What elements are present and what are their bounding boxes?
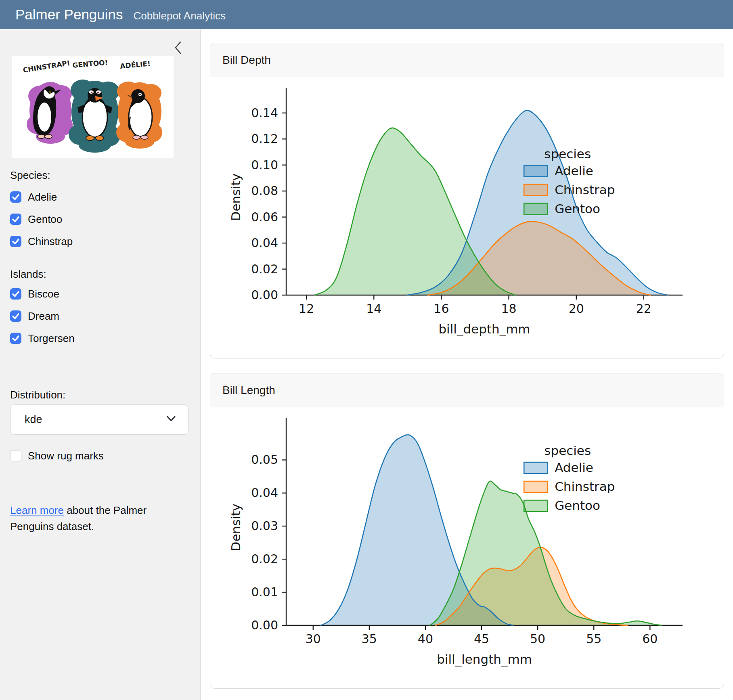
svg-text:55: 55 <box>586 632 601 646</box>
check-icon <box>10 310 21 322</box>
checkbox-row-gentoo[interactable]: Gentoo <box>10 214 62 225</box>
bottom-right-circle[interactable] <box>721 694 733 700</box>
adelie-checkbox-label: Adelie <box>28 191 57 203</box>
penguin-artwork-image: CHINSTRAP! GENTOO! ADÉLIE! <box>12 56 174 158</box>
svg-text:Chinstrap: Chinstrap <box>555 479 615 494</box>
app-subtitle: Cobblepot Analytics <box>134 10 226 22</box>
check-icon <box>10 333 21 344</box>
svg-text:Chinstrap: Chinstrap <box>555 182 615 197</box>
dream-checkbox-label: Dream <box>28 310 59 323</box>
check-icon <box>10 214 21 225</box>
bill-depth-card-title: Bill Depth <box>222 54 271 67</box>
svg-text:40: 40 <box>418 632 433 646</box>
svg-text:0.02: 0.02 <box>251 262 278 276</box>
gentoo-checkbox-label: Gentoo <box>28 213 62 226</box>
sidebar-collapse-button[interactable] <box>174 40 184 55</box>
rug-marks-checkbox[interactable] <box>10 450 21 461</box>
svg-text:14: 14 <box>366 302 381 316</box>
chevron-left-icon <box>174 40 184 55</box>
svg-text:22: 22 <box>636 302 651 316</box>
checkbox-row-chinstrap[interactable]: Chinstrap <box>10 236 73 247</box>
svg-text:0.10: 0.10 <box>251 158 278 172</box>
bill-depth-card-header: Bill Depth <box>210 43 724 77</box>
svg-text:bill_length_mm: bill_length_mm <box>437 652 532 666</box>
torgersen-checkbox[interactable] <box>10 333 21 344</box>
bill-length-plot: 303540455055600.000.010.020.030.040.05bi… <box>210 409 724 689</box>
svg-text:bill_depth_mm: bill_depth_mm <box>438 322 530 336</box>
svg-text:Adelie: Adelie <box>555 163 593 178</box>
svg-text:Density: Density <box>228 504 243 551</box>
svg-text:0.12: 0.12 <box>251 132 278 146</box>
svg-text:16: 16 <box>434 302 449 316</box>
app-title: Palmer Penguins <box>15 0 123 29</box>
gentoo-label: GENTOO! <box>72 58 108 69</box>
islands-section-label: Islands: <box>10 268 46 281</box>
bill-depth-card: Bill Depth 1214161820220.000.020.040.060… <box>210 43 724 358</box>
chinstrap-label: CHINSTRAP! <box>22 59 70 74</box>
chevron-down-icon <box>166 416 176 423</box>
gentoo-checkbox[interactable] <box>10 214 21 225</box>
species-section-label: Species: <box>10 169 50 182</box>
check-icon <box>10 288 21 300</box>
svg-text:Gentoo: Gentoo <box>555 201 600 216</box>
svg-text:0.05: 0.05 <box>251 453 278 467</box>
distribution-select[interactable]: kde <box>10 404 188 435</box>
distribution-label: Distribution: <box>10 389 65 401</box>
bill-depth-plot: 1214161820220.000.020.040.060.080.100.12… <box>210 79 724 358</box>
svg-text:0.04: 0.04 <box>251 236 278 250</box>
svg-text:0.04: 0.04 <box>251 486 278 500</box>
svg-text:0.06: 0.06 <box>251 210 278 224</box>
svg-text:0.08: 0.08 <box>251 184 278 198</box>
svg-text:12: 12 <box>299 302 314 316</box>
sidebar: CHINSTRAP! GENTOO! ADÉLIE! Species: Adel… <box>0 29 201 700</box>
svg-text:18: 18 <box>501 302 516 316</box>
svg-text:0.14: 0.14 <box>251 106 278 120</box>
checkbox-row-rug-marks[interactable]: Show rug marks <box>10 450 104 461</box>
biscoe-checkbox-label: Biscoe <box>28 288 59 300</box>
chinstrap-checkbox[interactable] <box>10 236 21 247</box>
svg-text:45: 45 <box>474 632 489 646</box>
checkbox-row-adelie[interactable]: Adelie <box>10 191 57 203</box>
bill-length-card: Bill Length 303540455055600.000.010.020.… <box>210 373 724 689</box>
bill-length-card-header: Bill Length <box>210 373 724 407</box>
adelie-label: ADÉLIE! <box>120 59 151 70</box>
check-icon <box>10 236 21 247</box>
learn-more-paragraph: Learn more about the Palmer Penguins dat… <box>10 502 184 534</box>
bill-depth-chart-svg: 1214161820220.000.020.040.060.080.100.12… <box>214 79 718 346</box>
distribution-select-value: kde <box>10 413 166 426</box>
svg-text:50: 50 <box>530 632 545 646</box>
chinstrap-checkbox-label: Chinstrap <box>28 235 73 248</box>
adelie-checkbox[interactable] <box>10 191 21 203</box>
checkbox-row-biscoe[interactable]: Biscoe <box>10 288 59 300</box>
svg-text:30: 30 <box>306 632 321 646</box>
svg-text:Gentoo: Gentoo <box>555 498 600 513</box>
svg-text:0.01: 0.01 <box>251 585 278 599</box>
penguin-artwork: CHINSTRAP! GENTOO! ADÉLIE! <box>12 56 174 158</box>
svg-text:35: 35 <box>362 632 377 646</box>
rug-marks-checkbox-label: Show rug marks <box>28 450 104 462</box>
svg-text:Adelie: Adelie <box>555 460 593 475</box>
svg-text:0.00: 0.00 <box>251 618 278 632</box>
svg-text:species: species <box>544 147 591 161</box>
svg-text:Density: Density <box>228 174 243 221</box>
learn-more-link[interactable]: Learn more <box>10 504 64 516</box>
svg-text:species: species <box>544 443 591 458</box>
checkbox-row-dream[interactable]: Dream <box>10 310 59 322</box>
svg-text:0.02: 0.02 <box>251 552 278 566</box>
app-header: Palmer Penguins Cobblepot Analytics <box>0 0 733 29</box>
svg-text:60: 60 <box>642 632 658 646</box>
dream-checkbox[interactable] <box>10 310 21 322</box>
torgersen-checkbox-label: Torgersen <box>28 332 75 345</box>
svg-text:0.03: 0.03 <box>251 519 278 533</box>
svg-text:20: 20 <box>569 302 584 316</box>
check-icon <box>10 191 21 203</box>
biscoe-checkbox[interactable] <box>10 288 21 300</box>
checkbox-row-torgersen[interactable]: Torgersen <box>10 333 75 344</box>
bill-length-card-title: Bill Length <box>222 384 275 397</box>
svg-text:0.00: 0.00 <box>251 288 278 302</box>
bill-length-chart-svg: 303540455055600.000.010.020.030.040.05bi… <box>214 409 718 676</box>
